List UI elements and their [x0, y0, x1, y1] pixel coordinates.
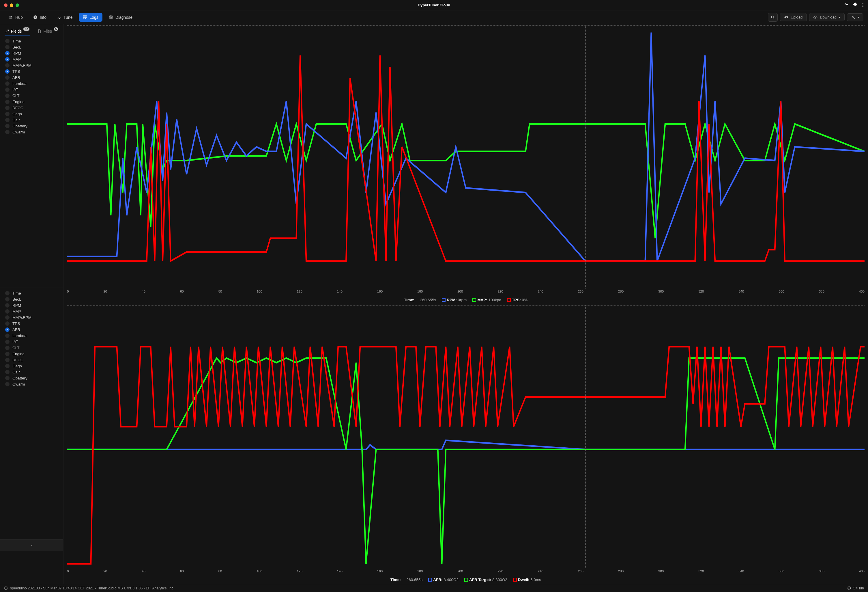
checkbox-icon — [5, 130, 9, 134]
field-label: Gair — [12, 370, 20, 374]
chart-pane-1[interactable]: 0204060801001201401601802002202402602803… — [63, 24, 868, 304]
nav-logs[interactable]: Logs — [79, 13, 102, 22]
field-item[interactable]: Engine — [0, 99, 63, 105]
field-item[interactable]: SecL — [0, 296, 63, 302]
checkbox-icon — [5, 340, 9, 344]
checkbox-icon — [5, 51, 9, 55]
field-label: AFR — [12, 327, 20, 332]
field-item[interactable]: MAP — [0, 56, 63, 62]
status-text: speeduino 202103 - Sun Mar 07 18:40:14 C… — [10, 586, 174, 590]
github-label: GitHub — [853, 586, 864, 590]
field-item[interactable]: AFR — [0, 74, 63, 81]
legend-1: Time:260.655sRPM: 0rpmMAP: 100kpaTPS: 0% — [67, 295, 865, 304]
field-label: Gbattery — [12, 376, 27, 380]
checkbox-icon — [5, 45, 9, 49]
app-title: HyperTuner Cloud — [418, 3, 450, 7]
field-item[interactable]: MAP — [0, 308, 63, 314]
checkbox-icon — [5, 63, 9, 68]
field-item[interactable]: Gego — [0, 111, 63, 117]
download-button[interactable]: Download ▾ — [809, 13, 844, 21]
field-item[interactable]: Gwarm — [0, 129, 63, 135]
field-item[interactable]: Gwarm — [0, 381, 63, 387]
minimize-window-button[interactable] — [10, 3, 13, 7]
field-label: Time — [12, 291, 21, 295]
field-item[interactable]: Lambda — [0, 333, 63, 339]
chevron-down-icon: ▾ — [858, 16, 859, 19]
field-label: Time — [12, 39, 21, 43]
field-item[interactable]: IAT — [0, 339, 63, 345]
close-window-button[interactable] — [4, 3, 7, 7]
field-label: RPM — [12, 51, 21, 55]
checkbox-icon — [5, 333, 9, 338]
upload-label: Upload — [791, 15, 803, 19]
field-item[interactable]: CLT — [0, 93, 63, 99]
tab-fields[interactable]: Fields 87 — [4, 27, 30, 36]
chevron-left-icon — [30, 543, 34, 548]
github-link[interactable]: GitHub — [847, 586, 864, 590]
field-list-top[interactable]: TimeSecLRPMMAPMAPxRPMTPSAFRLambdaIATCLTE… — [0, 36, 63, 288]
statusbar: speeduino 202103 - Sun Mar 07 18:40:14 C… — [0, 584, 868, 592]
tab-files[interactable]: Files 5 — [37, 27, 59, 36]
checkbox-icon — [5, 382, 9, 386]
x-axis-2: 0204060801001201401601802002202402602803… — [67, 568, 865, 575]
legend-2: Time:260.655sAFR: 8.400O2AFR Target: 8.3… — [67, 575, 865, 584]
field-item[interactable]: TPS — [0, 68, 63, 74]
nav-logs-label: Logs — [90, 15, 98, 20]
field-label: SecL — [12, 45, 21, 49]
checkbox-icon — [5, 321, 9, 326]
field-item[interactable]: Time — [0, 290, 63, 296]
key-icon[interactable] — [844, 2, 849, 8]
field-item[interactable]: MAPxRPM — [0, 314, 63, 321]
checkbox-icon — [5, 57, 9, 62]
field-item[interactable]: TPS — [0, 321, 63, 327]
field-label: Gwarm — [12, 130, 25, 134]
upload-button[interactable]: Upload — [780, 13, 807, 21]
nav-diagnose-label: Diagnose — [115, 15, 133, 20]
field-item[interactable]: IAT — [0, 87, 63, 93]
extension-icon[interactable] — [853, 2, 858, 8]
nav-info[interactable]: Info — [29, 13, 50, 22]
main-nav: Hub Info Tune Logs Diagnose Upload Downl… — [0, 10, 868, 24]
field-item[interactable]: AFR — [0, 327, 63, 333]
field-item[interactable]: Gair — [0, 369, 63, 375]
checkbox-icon — [5, 75, 9, 80]
field-item[interactable]: Time — [0, 38, 63, 44]
user-menu-button[interactable]: ▾ — [847, 13, 864, 21]
field-item[interactable]: MAPxRPM — [0, 62, 63, 68]
field-label: RPM — [12, 303, 21, 308]
field-item[interactable]: RPM — [0, 50, 63, 56]
maximize-window-button[interactable] — [16, 3, 19, 7]
field-item[interactable]: CLT — [0, 345, 63, 351]
collapse-sidebar-button[interactable] — [0, 539, 63, 551]
menu-icon[interactable] — [862, 3, 864, 7]
tab-fields-label: Fields — [11, 29, 22, 34]
field-item[interactable]: Gbattery — [0, 123, 63, 129]
field-label: MAPxRPM — [12, 63, 31, 68]
chart-pane-2[interactable]: 0204060801001201401601802002202402602803… — [63, 304, 868, 584]
search-button[interactable] — [768, 13, 778, 22]
checkbox-icon — [5, 315, 9, 320]
nav-diagnose[interactable]: Diagnose — [105, 13, 136, 22]
field-item[interactable]: Gbattery — [0, 375, 63, 381]
checkbox-icon — [5, 39, 9, 43]
field-list-bottom[interactable]: TimeSecLRPMMAPMAPxRPMTPSAFRLambdaIATCLTE… — [0, 288, 63, 539]
nav-tune[interactable]: Tune — [53, 13, 77, 22]
field-label: DFCO — [12, 106, 24, 110]
field-item[interactable]: Gair — [0, 117, 63, 123]
field-label: Gair — [12, 118, 20, 122]
field-item[interactable]: DFCO — [0, 357, 63, 363]
field-label: MAPxRPM — [12, 315, 31, 320]
chevron-down-icon: ▾ — [839, 16, 840, 19]
nav-hub[interactable]: Hub — [4, 13, 27, 22]
fields-count-badge: 87 — [24, 27, 30, 31]
field-item[interactable]: DFCO — [0, 105, 63, 111]
field-item[interactable]: Lambda — [0, 81, 63, 87]
field-item[interactable]: Engine — [0, 351, 63, 357]
field-item[interactable]: Gego — [0, 363, 63, 369]
field-label: Engine — [12, 100, 25, 104]
field-label: IAT — [12, 340, 18, 344]
field-label: DFCO — [12, 358, 24, 362]
field-item[interactable]: RPM — [0, 302, 63, 308]
charts-area: 0204060801001201401601802002202402602803… — [63, 24, 868, 584]
field-item[interactable]: SecL — [0, 44, 63, 50]
